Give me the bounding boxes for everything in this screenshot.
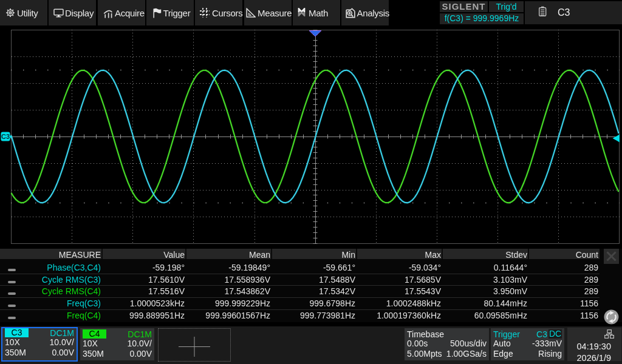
svg-text:C3: C3: [1, 133, 10, 140]
